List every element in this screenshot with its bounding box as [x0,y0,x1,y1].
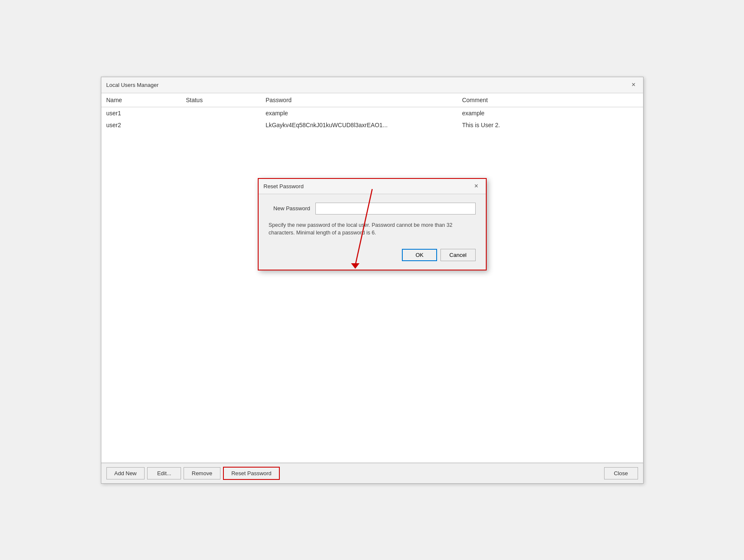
reset-password-button[interactable]: Reset Password [223,467,280,480]
add-new-button[interactable]: Add New [106,467,145,479]
dialog-close-button[interactable]: × [472,182,481,190]
window-close-button[interactable]: × [630,81,638,89]
close-button[interactable]: Close [604,467,638,479]
main-window: Local Users Manager × Name Status Passwo… [101,77,644,484]
ok-button[interactable]: OK [402,249,437,261]
remove-button[interactable]: Remove [184,467,220,479]
title-bar: Local Users Manager × [101,77,643,93]
window-title: Local Users Manager [106,82,159,88]
new-password-input[interactable] [315,203,476,215]
reset-password-dialog: Reset Password × New Password Specify th… [258,178,487,271]
new-password-label: New Password [269,205,315,212]
dialog-title: Reset Password [264,183,304,189]
dialog-overlay: Reset Password × New Password Specify th… [101,93,643,463]
dialog-body: New Password Specify the new password of… [259,194,486,270]
cancel-button[interactable]: Cancel [440,249,475,261]
dialog-title-bar: Reset Password × [259,179,486,194]
edit-button[interactable]: Edit... [147,467,181,479]
dialog-buttons: OK Cancel [269,245,476,261]
help-text: Specify the new password of the local us… [269,221,476,237]
bottom-bar: Add New Edit... Remove Reset Password Cl… [101,463,643,483]
new-password-row: New Password [269,203,476,215]
